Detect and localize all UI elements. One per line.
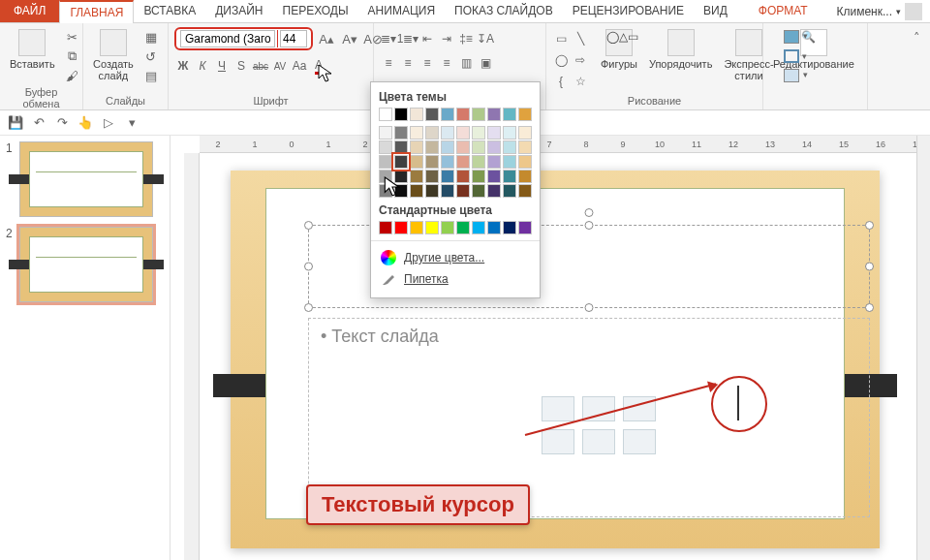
color-swatch[interactable]: [503, 221, 516, 234]
color-swatch[interactable]: [456, 140, 470, 154]
numbering-button[interactable]: 1≣▾: [399, 30, 417, 47]
collapse-ribbon-button[interactable]: ˄: [907, 27, 926, 47]
color-swatch[interactable]: [503, 184, 516, 198]
tab-review[interactable]: РЕЦЕНЗИРОВАНИЕ: [563, 0, 694, 22]
color-swatch[interactable]: [379, 108, 392, 121]
tab-animation[interactable]: АНИМАЦИЯ: [358, 0, 445, 22]
color-swatch[interactable]: [503, 140, 516, 154]
color-swatch[interactable]: [441, 108, 454, 121]
clear-format-button[interactable]: A⊘: [363, 29, 383, 48]
new-slide-button[interactable]: Создать слайд: [89, 27, 138, 83]
section-button[interactable]: ▤: [141, 66, 161, 85]
color-swatch[interactable]: [441, 155, 454, 169]
textdir-button[interactable]: ↧A: [477, 30, 494, 47]
color-swatch[interactable]: [518, 221, 532, 234]
resize-handle[interactable]: [304, 263, 313, 271]
color-swatch[interactable]: [425, 184, 439, 198]
resize-handle[interactable]: [865, 263, 874, 271]
shape-line-button[interactable]: ╲: [572, 30, 589, 47]
touch-mode-button[interactable]: 👆: [76, 113, 95, 133]
color-swatch[interactable]: [518, 140, 532, 154]
vertical-scrollbar[interactable]: [916, 136, 930, 560]
shape-arrow-button[interactable]: ⇨: [572, 51, 589, 69]
case-button[interactable]: Aa: [291, 57, 308, 75]
resize-handle[interactable]: [304, 303, 313, 312]
color-swatch[interactable]: [487, 140, 501, 154]
shadow-button[interactable]: S: [232, 57, 250, 75]
color-swatch[interactable]: [518, 184, 532, 198]
color-swatch[interactable]: [503, 170, 516, 183]
color-swatch[interactable]: [425, 170, 439, 183]
shapes-button[interactable]: ◯△▭ Фигуры: [597, 27, 641, 72]
color-swatch[interactable]: [394, 140, 408, 154]
more-colors-item[interactable]: Другие цвета...: [379, 247, 532, 268]
insert-video-icon[interactable]: [623, 429, 656, 454]
cut-button[interactable]: ✂: [63, 27, 82, 47]
shrink-font-button[interactable]: A▾: [340, 29, 359, 48]
italic-button[interactable]: К: [194, 57, 211, 75]
color-swatch[interactable]: [456, 221, 470, 234]
user-menu[interactable]: Клименк... ▾: [829, 0, 931, 22]
color-swatch[interactable]: [410, 184, 423, 198]
color-swatch[interactable]: [394, 155, 408, 169]
color-swatch[interactable]: [456, 170, 470, 183]
indent-dec-button[interactable]: ⇤: [418, 30, 436, 47]
font-name-input[interactable]: [180, 30, 275, 47]
color-swatch[interactable]: [518, 108, 532, 121]
tab-insert[interactable]: ВСТАВКА: [134, 0, 205, 22]
align-right-button[interactable]: ≡: [418, 54, 436, 72]
reset-button[interactable]: ↺: [141, 47, 161, 66]
slide-thumbnail-2[interactable]: [19, 227, 153, 302]
redo-button[interactable]: ↷: [52, 113, 72, 133]
format-painter-button[interactable]: 🖌: [63, 66, 82, 85]
color-swatch[interactable]: [410, 126, 423, 140]
color-swatch[interactable]: [410, 140, 423, 154]
start-slideshow-button[interactable]: ▷: [99, 113, 118, 133]
insert-table-icon[interactable]: [542, 396, 574, 421]
color-swatch[interactable]: [410, 108, 423, 121]
color-swatch[interactable]: [503, 108, 516, 121]
tab-slideshow[interactable]: ПОКАЗ СЛАЙДОВ: [445, 0, 563, 22]
color-swatch[interactable]: [487, 155, 501, 169]
smartart-button[interactable]: ▣: [477, 54, 494, 72]
spacing-button[interactable]: AV: [271, 57, 289, 75]
align-justify-button[interactable]: ≡: [438, 54, 455, 72]
color-swatch[interactable]: [441, 184, 454, 198]
resize-handle[interactable]: [304, 221, 313, 230]
color-swatch[interactable]: [487, 221, 501, 234]
color-swatch[interactable]: [394, 126, 408, 140]
color-swatch[interactable]: [441, 140, 454, 154]
color-swatch[interactable]: [425, 140, 439, 154]
insert-online-picture-icon[interactable]: [582, 429, 615, 454]
grow-font-button[interactable]: A▴: [317, 29, 336, 48]
color-swatch[interactable]: [472, 184, 485, 198]
color-swatch[interactable]: [518, 155, 532, 169]
resize-handle[interactable]: [585, 303, 594, 312]
align-center-button[interactable]: ≡: [399, 54, 417, 72]
qat-more-button[interactable]: ▾: [122, 113, 141, 133]
color-swatch[interactable]: [518, 126, 532, 140]
tab-transitions[interactable]: ПЕРЕХОДЫ: [273, 0, 358, 22]
color-swatch[interactable]: [472, 126, 485, 140]
tab-format[interactable]: ФОРМАТ: [749, 0, 818, 22]
layout-button[interactable]: ▦: [141, 27, 161, 47]
color-swatch[interactable]: [379, 140, 392, 154]
color-swatch[interactable]: [503, 126, 516, 140]
color-swatch[interactable]: [394, 108, 408, 121]
thumbnail-pane[interactable]: 1 2: [0, 136, 170, 560]
color-swatch[interactable]: [456, 184, 470, 198]
color-swatch[interactable]: [425, 108, 439, 121]
color-swatch[interactable]: [456, 108, 470, 121]
color-swatch[interactable]: [425, 126, 439, 140]
tab-home[interactable]: ГЛАВНАЯ: [59, 0, 134, 23]
save-button[interactable]: 💾: [6, 113, 25, 133]
slide-thumbnail-1[interactable]: [19, 141, 153, 217]
color-swatch[interactable]: [456, 155, 470, 169]
color-swatch[interactable]: [472, 170, 485, 183]
color-swatch[interactable]: [379, 126, 392, 140]
tab-file[interactable]: ФАЙЛ: [0, 0, 59, 22]
paste-button[interactable]: Вставить: [6, 27, 59, 72]
color-swatch[interactable]: [487, 126, 501, 140]
color-swatch[interactable]: [425, 155, 439, 169]
color-swatch[interactable]: [487, 108, 501, 121]
